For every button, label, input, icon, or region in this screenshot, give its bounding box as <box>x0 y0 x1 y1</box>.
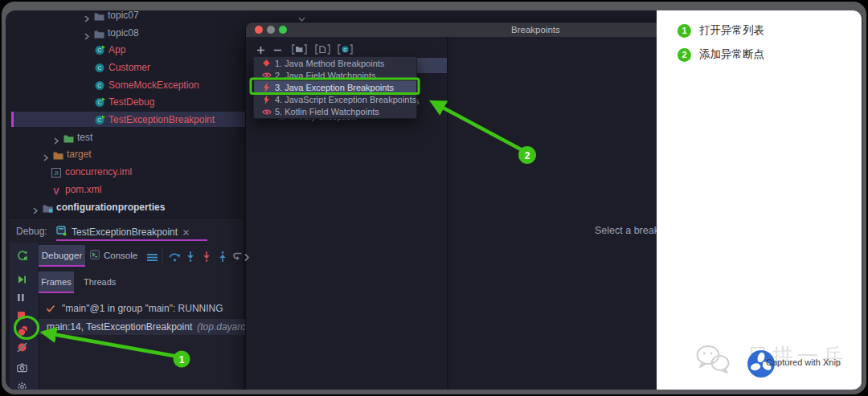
minimize-button[interactable] <box>267 26 275 34</box>
resume-icon[interactable] <box>17 273 27 288</box>
dialog-title: Breakpoints <box>511 25 560 35</box>
menu-item-label: 5. Kotlin Field Watchpoints <box>275 107 379 116</box>
menu-item-4-javascript-exception-breakpoints[interactable]: 4. JavaScript Exception Breakpoints <box>254 94 416 106</box>
config-folder-icon <box>43 202 53 216</box>
maven-icon: V <box>51 184 61 198</box>
tree-item-target[interactable]: target <box>6 146 245 161</box>
tab-threads[interactable]: Threads <box>84 271 116 292</box>
watermark-caption: Captured with Xnip <box>766 357 841 367</box>
folder-icon <box>94 10 104 24</box>
dialog-splitter[interactable] <box>447 37 448 390</box>
zoom-button[interactable] <box>279 26 287 34</box>
add-breakpoint-popup: 1. Java Method Breakpoints2. Java Field … <box>253 56 417 119</box>
active-tab-underline <box>39 265 85 267</box>
camera-icon[interactable] <box>17 361 27 376</box>
tree-item-label: pom.xml <box>65 184 101 195</box>
thread-status-row[interactable]: "main"@1 in group "main": RUNNING <box>46 301 223 316</box>
tree-item-label: SomeMockException <box>108 80 199 91</box>
settings-icon[interactable] <box>17 381 27 390</box>
exception-breakpoint-icon <box>261 83 272 92</box>
tab-debugger[interactable]: Debugger <box>39 245 85 266</box>
view-breakpoints-icon[interactable] <box>17 325 29 341</box>
tree-item-topic07[interactable]: topic07 <box>6 10 245 22</box>
tree-item-topic08[interactable]: topic08 <box>6 25 245 40</box>
note-item: 2 添加异常断点 <box>678 47 764 62</box>
window-content: topic07topic08CAppCCustomerCSomeMockExce… <box>6 10 862 390</box>
tree-item-label: target <box>67 149 92 160</box>
exception-breakpoint-icon <box>261 95 272 104</box>
thread-status-text: "main"@1 in group "main": RUNNING <box>62 303 223 314</box>
stack-frame-row[interactable]: main:14, TestExceptionBreakpoint (top.da… <box>39 319 252 335</box>
screenshot-canvas: topic07topic08CAppCCustomerCSomeMockExce… <box>0 0 868 396</box>
more-chevron-icon[interactable] <box>244 251 250 265</box>
tree-item-test[interactable]: test <box>6 129 245 145</box>
note-item: 1 打开异常列表 <box>678 23 764 38</box>
run-window-icon <box>56 225 67 239</box>
tree-item-customer[interactable]: CCustomer <box>6 59 245 75</box>
tree-item-pom-xml[interactable]: Vpom.xml <box>6 182 245 197</box>
mute-breakpoints-icon[interactable] <box>17 341 27 356</box>
tree-item-testdebug[interactable]: CTestDebug <box>6 94 245 109</box>
field-watchpoint-icon <box>261 71 272 79</box>
svg-text:V: V <box>53 186 59 196</box>
tree-item-label: Customer <box>108 62 150 73</box>
active-tab-underline <box>56 239 207 242</box>
menu-item-3-java-exception-breakpoints[interactable]: 3. Java Exception Breakpoints <box>254 81 416 93</box>
tree-item-label: configurationproperties <box>56 202 165 213</box>
runnable-class-icon: C <box>95 114 106 129</box>
step-into-icon[interactable] <box>186 251 194 265</box>
tab-console[interactable]: Console <box>90 245 137 266</box>
menu-item-5-kotlin-field-watchpoints[interactable]: 5. Kotlin Field Watchpoints <box>254 106 416 118</box>
menu-item-label: 1. Java Method Breakpoints <box>275 59 384 68</box>
target-folder-icon <box>53 149 63 163</box>
hamburger-icon[interactable] <box>147 251 158 265</box>
tree-item-somemockexception[interactable]: CSomeMockException <box>6 77 245 92</box>
svg-text:JI: JI <box>54 170 59 176</box>
note-badge: 1 <box>678 24 691 38</box>
tab-frames[interactable]: Frames <box>39 271 74 292</box>
step-out-icon[interactable] <box>219 251 227 265</box>
select-breakpoint-hint: Select a breakp <box>595 225 665 236</box>
step-over-icon[interactable] <box>169 251 181 265</box>
debug-session-tab[interactable]: TestExceptionBreakpoint <box>56 224 190 240</box>
force-step-into-icon[interactable] <box>203 251 211 265</box>
debug-left-toolbar <box>10 243 39 390</box>
tree-item-label: TestDebug <box>108 96 154 108</box>
tree-item-app[interactable]: CApp <box>6 42 245 57</box>
menu-item-2-java-field-watchpoints[interactable]: 2. Java Field Watchpoints <box>254 69 416 81</box>
chevron-right-icon[interactable] <box>84 11 90 26</box>
drop-frame-icon[interactable] <box>233 251 243 265</box>
tree-item-testexceptionbreakpoint[interactable]: CTestExceptionBreakpoint <box>6 112 245 127</box>
menu-item-label: 3. Java Exception Breakpoints <box>275 83 394 92</box>
debug-session-tab-label: TestExceptionBreakpoint <box>72 227 178 238</box>
tree-item-label: App <box>108 44 125 55</box>
close-button[interactable] <box>255 26 263 34</box>
tree-item-label: TestExceptionBreakpoint <box>108 114 215 125</box>
class-icon: C <box>95 62 106 76</box>
close-icon[interactable] <box>182 225 190 239</box>
tab-debugger-label: Debugger <box>42 251 83 260</box>
toolbar-separator <box>162 247 162 263</box>
note-text: 添加异常断点 <box>699 47 764 62</box>
tab-console-label: Console <box>104 251 137 260</box>
chevron-right-icon[interactable] <box>43 150 49 165</box>
tree-item-configurationproperties[interactable]: configurationproperties <box>6 199 245 214</box>
svg-text:C: C <box>97 47 102 54</box>
field-watchpoint-icon <box>261 108 272 116</box>
runnable-class-icon: C <box>95 96 106 111</box>
pause-icon[interactable] <box>17 291 25 305</box>
panel-divider <box>244 218 244 390</box>
tree-item-concurrency-iml[interactable]: JIconcurrency.iml <box>6 164 245 179</box>
check-icon <box>46 301 55 316</box>
stop-icon[interactable] <box>17 308 26 323</box>
method-breakpoint-icon <box>261 59 272 67</box>
menu-item-label: 2. Java Field Watchpoints <box>275 71 376 80</box>
chevron-right-icon[interactable] <box>32 203 39 218</box>
rerun-icon[interactable] <box>17 250 28 264</box>
terminal-icon <box>90 250 100 261</box>
menu-item-1-java-method-breakpoints[interactable]: 1. Java Method Breakpoints <box>254 57 416 69</box>
panel-divider <box>10 218 245 218</box>
test-folder-icon <box>63 132 74 146</box>
tree-item-label: test <box>77 132 92 143</box>
tab-threads-label: Threads <box>84 277 116 287</box>
